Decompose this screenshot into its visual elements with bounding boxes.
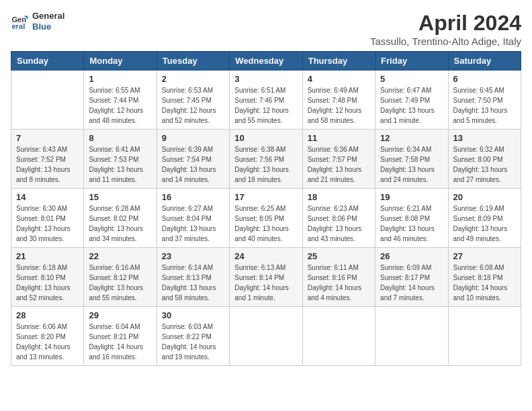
day-number: 10 <box>234 133 297 143</box>
day-header-friday: Friday <box>375 52 448 71</box>
calendar-cell: 25Sunrise: 6:11 AM Sunset: 8:16 PM Dayli… <box>302 248 375 307</box>
calendar-cell: 6Sunrise: 6:45 AM Sunset: 7:50 PM Daylig… <box>448 71 521 130</box>
day-number: 16 <box>162 192 224 202</box>
calendar-cell: 14Sunrise: 6:30 AM Sunset: 8:01 PM Dayli… <box>11 189 84 248</box>
day-number: 6 <box>453 74 516 84</box>
day-info: Sunrise: 6:49 AM Sunset: 7:48 PM Dayligh… <box>308 85 370 126</box>
calendar-cell: 3Sunrise: 6:51 AM Sunset: 7:46 PM Daylig… <box>230 71 302 130</box>
day-number: 21 <box>16 251 79 261</box>
calendar-cell: 24Sunrise: 6:13 AM Sunset: 8:14 PM Dayli… <box>230 248 302 307</box>
month-title: April 2024 <box>370 11 521 36</box>
title-area: April 2024 Tassullo, Trentino-Alto Adige… <box>370 11 521 47</box>
day-info: Sunrise: 6:47 AM Sunset: 7:49 PM Dayligh… <box>380 85 443 126</box>
day-info: Sunrise: 6:23 AM Sunset: 8:06 PM Dayligh… <box>308 203 370 244</box>
calendar-cell: 11Sunrise: 6:36 AM Sunset: 7:57 PM Dayli… <box>302 130 375 189</box>
day-number: 8 <box>89 133 151 143</box>
calendar-cell: 7Sunrise: 6:43 AM Sunset: 7:52 PM Daylig… <box>11 130 84 189</box>
day-number: 24 <box>234 251 297 261</box>
day-info: Sunrise: 6:04 AM Sunset: 8:21 PM Dayligh… <box>89 322 151 362</box>
calendar-cell: 21Sunrise: 6:18 AM Sunset: 8:10 PM Dayli… <box>11 248 84 307</box>
day-info: Sunrise: 6:36 AM Sunset: 7:57 PM Dayligh… <box>308 144 370 185</box>
day-info: Sunrise: 6:30 AM Sunset: 8:01 PM Dayligh… <box>16 203 79 244</box>
day-info: Sunrise: 6:28 AM Sunset: 8:02 PM Dayligh… <box>89 203 151 244</box>
calendar-week-row: 1Sunrise: 6:55 AM Sunset: 7:44 PM Daylig… <box>11 71 521 130</box>
calendar-cell: 4Sunrise: 6:49 AM Sunset: 7:48 PM Daylig… <box>302 71 375 130</box>
calendar-cell <box>11 71 84 130</box>
day-number: 3 <box>234 74 297 84</box>
day-info: Sunrise: 6:38 AM Sunset: 7:56 PM Dayligh… <box>234 144 297 185</box>
day-info: Sunrise: 6:13 AM Sunset: 8:14 PM Dayligh… <box>234 263 297 303</box>
day-number: 17 <box>234 192 297 202</box>
logo-text: General Blue <box>32 11 64 32</box>
day-info: Sunrise: 6:19 AM Sunset: 8:09 PM Dayligh… <box>453 203 516 244</box>
calendar-cell: 1Sunrise: 6:55 AM Sunset: 7:44 PM Daylig… <box>84 71 157 130</box>
calendar-cell: 16Sunrise: 6:27 AM Sunset: 8:04 PM Dayli… <box>157 189 229 248</box>
day-info: Sunrise: 6:51 AM Sunset: 7:46 PM Dayligh… <box>234 85 297 126</box>
day-info: Sunrise: 6:45 AM Sunset: 7:50 PM Dayligh… <box>453 85 516 126</box>
logo: Gen eral General Blue <box>11 11 64 32</box>
calendar-cell: 27Sunrise: 6:08 AM Sunset: 8:18 PM Dayli… <box>448 248 521 307</box>
day-info: Sunrise: 6:16 AM Sunset: 8:12 PM Dayligh… <box>89 263 151 303</box>
day-info: Sunrise: 6:25 AM Sunset: 8:05 PM Dayligh… <box>234 203 297 244</box>
day-header-saturday: Saturday <box>448 52 521 71</box>
calendar-cell: 26Sunrise: 6:09 AM Sunset: 8:17 PM Dayli… <box>375 248 448 307</box>
day-number: 29 <box>89 310 151 320</box>
location-title: Tassullo, Trentino-Alto Adige, Italy <box>370 36 521 47</box>
calendar-cell: 13Sunrise: 6:32 AM Sunset: 8:00 PM Dayli… <box>448 130 521 189</box>
calendar-cell <box>448 307 521 366</box>
day-number: 7 <box>16 133 79 143</box>
svg-text:eral: eral <box>11 22 25 30</box>
calendar-cell: 18Sunrise: 6:23 AM Sunset: 8:06 PM Dayli… <box>302 189 375 248</box>
day-info: Sunrise: 6:27 AM Sunset: 8:04 PM Dayligh… <box>162 203 224 244</box>
day-number: 12 <box>380 133 443 143</box>
calendar-cell: 12Sunrise: 6:34 AM Sunset: 7:58 PM Dayli… <box>375 130 448 189</box>
day-number: 13 <box>453 133 516 143</box>
day-info: Sunrise: 6:18 AM Sunset: 8:10 PM Dayligh… <box>16 263 79 303</box>
calendar-cell: 23Sunrise: 6:14 AM Sunset: 8:13 PM Dayli… <box>157 248 229 307</box>
calendar-cell: 30Sunrise: 6:03 AM Sunset: 8:22 PM Dayli… <box>157 307 229 366</box>
calendar-cell <box>230 307 302 366</box>
day-number: 18 <box>308 192 370 202</box>
logo-icon: Gen eral <box>11 12 30 31</box>
day-info: Sunrise: 6:06 AM Sunset: 8:20 PM Dayligh… <box>16 322 79 362</box>
day-header-tuesday: Tuesday <box>157 52 229 71</box>
day-info: Sunrise: 6:53 AM Sunset: 7:45 PM Dayligh… <box>162 85 224 126</box>
calendar-cell: 29Sunrise: 6:04 AM Sunset: 8:21 PM Dayli… <box>84 307 157 366</box>
calendar-cell: 9Sunrise: 6:39 AM Sunset: 7:54 PM Daylig… <box>157 130 229 189</box>
day-info: Sunrise: 6:14 AM Sunset: 8:13 PM Dayligh… <box>162 263 224 303</box>
day-info: Sunrise: 6:03 AM Sunset: 8:22 PM Dayligh… <box>162 322 224 362</box>
day-info: Sunrise: 6:11 AM Sunset: 8:16 PM Dayligh… <box>308 263 370 303</box>
day-number: 30 <box>162 310 224 320</box>
calendar-table: SundayMondayTuesdayWednesdayThursdayFrid… <box>11 51 521 366</box>
day-header-sunday: Sunday <box>11 52 84 71</box>
day-info: Sunrise: 6:21 AM Sunset: 8:08 PM Dayligh… <box>380 203 443 244</box>
day-info: Sunrise: 6:55 AM Sunset: 7:44 PM Dayligh… <box>89 85 151 126</box>
day-number: 1 <box>89 74 151 84</box>
calendar-cell: 10Sunrise: 6:38 AM Sunset: 7:56 PM Dayli… <box>230 130 302 189</box>
calendar-cell: 8Sunrise: 6:41 AM Sunset: 7:53 PM Daylig… <box>84 130 157 189</box>
logo-line2: Blue <box>32 21 64 32</box>
day-number: 4 <box>308 74 370 84</box>
day-number: 25 <box>308 251 370 261</box>
day-number: 22 <box>89 251 151 261</box>
day-info: Sunrise: 6:34 AM Sunset: 7:58 PM Dayligh… <box>380 144 443 185</box>
day-number: 19 <box>380 192 443 202</box>
calendar-week-row: 28Sunrise: 6:06 AM Sunset: 8:20 PM Dayli… <box>11 307 521 366</box>
day-number: 27 <box>453 251 516 261</box>
day-info: Sunrise: 6:32 AM Sunset: 8:00 PM Dayligh… <box>453 144 516 185</box>
day-number: 5 <box>380 74 443 84</box>
day-number: 11 <box>308 133 370 143</box>
day-number: 26 <box>380 251 443 261</box>
calendar-cell: 2Sunrise: 6:53 AM Sunset: 7:45 PM Daylig… <box>157 71 229 130</box>
day-number: 23 <box>162 251 224 261</box>
calendar-cell <box>302 307 375 366</box>
day-number: 2 <box>162 74 224 84</box>
day-info: Sunrise: 6:39 AM Sunset: 7:54 PM Dayligh… <box>162 144 224 185</box>
day-info: Sunrise: 6:09 AM Sunset: 8:17 PM Dayligh… <box>380 263 443 303</box>
calendar-cell: 5Sunrise: 6:47 AM Sunset: 7:49 PM Daylig… <box>375 71 448 130</box>
day-number: 15 <box>89 192 151 202</box>
day-info: Sunrise: 6:41 AM Sunset: 7:53 PM Dayligh… <box>89 144 151 185</box>
calendar-cell: 28Sunrise: 6:06 AM Sunset: 8:20 PM Dayli… <box>11 307 84 366</box>
day-number: 9 <box>162 133 224 143</box>
page-header: Gen eral General Blue April 2024 Tassull… <box>11 11 521 47</box>
